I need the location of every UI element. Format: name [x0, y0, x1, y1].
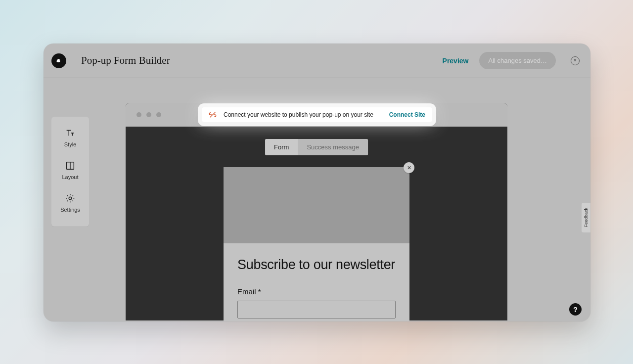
- traffic-dot: [146, 112, 151, 117]
- popup-preview: Subscribe to our newsletter Email *: [224, 167, 409, 321]
- sidebar-item-layout[interactable]: Layout: [51, 154, 89, 187]
- email-field[interactable]: [237, 301, 396, 318]
- layout-icon: [65, 160, 76, 171]
- typography-icon: [65, 128, 76, 138]
- connect-site-banner: Connect your website to publish your pop…: [202, 107, 432, 122]
- editor-tabs: Form Success message: [265, 139, 368, 155]
- help-button[interactable]: ?: [569, 303, 582, 316]
- sidebar-item-label: Style: [64, 141, 76, 147]
- popup-body: Subscribe to our newsletter Email *: [224, 243, 409, 321]
- sidebar-item-style[interactable]: Style: [51, 122, 89, 154]
- help-icon: ?: [573, 306, 578, 314]
- popup-image-placeholder[interactable]: [224, 167, 409, 243]
- feedback-tab[interactable]: Feedback: [582, 203, 590, 232]
- mailchimp-logo-icon: [51, 53, 66, 68]
- tab-form[interactable]: Form: [265, 139, 298, 155]
- top-bar: Pop-up Form Builder Preview All changes …: [44, 44, 590, 78]
- popup-heading[interactable]: Subscribe to our newsletter: [237, 257, 396, 273]
- sidebar-item-label: Layout: [62, 174, 78, 180]
- email-label: Email *: [237, 287, 396, 296]
- sidebar-item-label: Settings: [60, 207, 80, 213]
- sidebar-item-settings[interactable]: Settings: [51, 187, 89, 220]
- gear-icon: [65, 193, 76, 204]
- preview-canvas: Connect your website to publish your pop…: [126, 103, 507, 320]
- save-status-pill: All changes saved…: [479, 52, 556, 69]
- page-title: Pop-up Form Builder: [81, 54, 170, 67]
- tool-sidebar: Style Layout Settings: [51, 117, 89, 227]
- link-broken-icon: [209, 111, 217, 119]
- connect-banner-message: Connect your website to publish your pop…: [224, 111, 382, 118]
- svg-point-3: [69, 197, 72, 200]
- feedback-label: Feedback: [584, 208, 588, 228]
- close-icon[interactable]: [571, 56, 580, 65]
- traffic-dot: [156, 112, 161, 117]
- connect-site-link[interactable]: Connect Site: [389, 111, 425, 118]
- preview-button[interactable]: Preview: [443, 57, 469, 65]
- app-window: Pop-up Form Builder Preview All changes …: [44, 44, 590, 321]
- popup-close-icon[interactable]: [404, 162, 414, 173]
- tab-success-message[interactable]: Success message: [298, 139, 368, 155]
- traffic-dot: [136, 112, 141, 117]
- svg-point-1: [59, 59, 60, 60]
